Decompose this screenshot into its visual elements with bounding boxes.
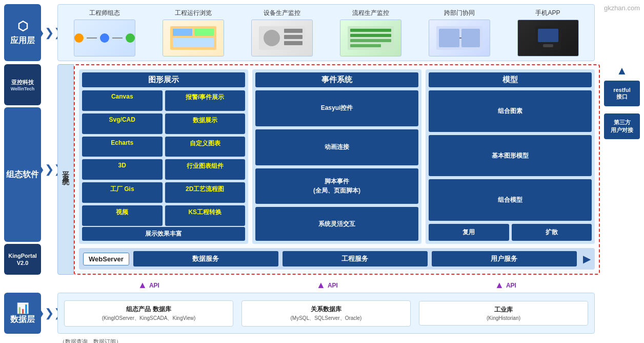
- app-item-1-label: 工程师组态: [89, 9, 120, 17]
- api-arrow-1: ▲ API: [59, 280, 238, 291]
- thumbnail-svg-5: [434, 24, 485, 52]
- data-right-spacer: [595, 293, 640, 334]
- graphic-btn-data: 数据展示: [165, 113, 246, 134]
- software-text: 组态软件: [6, 169, 39, 180]
- event-title: 事件系统: [255, 72, 418, 87]
- app-thumbnail-5: [429, 20, 490, 56]
- svg-rect-8: [284, 41, 303, 45]
- company-name: 亚控科技: [11, 79, 34, 86]
- company-label: 亚控科技 WellinTech: [4, 64, 41, 105]
- data-item-3: 工业库 (KingHistorian): [419, 301, 588, 326]
- app-item-3: 设备生产监控: [251, 9, 313, 56]
- svg-rect-1: [173, 29, 192, 36]
- thumbnail-svg-3: [256, 24, 308, 52]
- svg-rect-11: [350, 34, 391, 37]
- data-main-label-1: 组态产品 数据库: [71, 305, 227, 314]
- data-box-1: 组态产品 数据库 (KingIOServer、KingSCADA、KingVie…: [64, 300, 233, 327]
- app-items-container: 工程师组态 工程运行浏览: [64, 9, 588, 56]
- event-item-4: 系统灵活交互: [255, 207, 418, 241]
- app-thumbnail-1: [74, 20, 135, 56]
- svg-rect-10: [350, 29, 391, 32]
- graphic-btn-3d: 3D: [82, 159, 163, 180]
- graphic-grid: Canvas 报警/事件展示 Svg/CAD 数据展示 Echarts 自定义图…: [82, 90, 245, 226]
- model-item-3: 组合模型: [429, 179, 592, 221]
- platform-inner: 图形展示 Canvas 报警/事件展示 Svg/CAD 数据展示 Echarts…: [74, 64, 600, 275]
- data-sub-label-2: (MySQL、SQLServer、Oracle): [248, 315, 404, 322]
- app-item-5: 跨部门协同: [429, 9, 490, 56]
- svg-rect-3: [173, 38, 214, 47]
- restful-box: ▲ restful接口 第三方用户对接: [604, 64, 640, 275]
- platform-content: 平台系统 图形展示 Canvas 报警/事件展示 Svg/CAD: [57, 64, 600, 275]
- api-arrow-up-1: ▲: [138, 280, 147, 291]
- svg-rect-19: [538, 29, 558, 42]
- app-arrow: ❯❯❯: [41, 4, 57, 61]
- data-layer-text: 数据层: [10, 314, 35, 325]
- data-layer-row: 📊 数据层 ❯❯❯ 组态产品 数据库 (KingIOServer、KingSCA…: [4, 293, 640, 334]
- graphic-col: 图形展示 Canvas 报警/事件展示 Svg/CAD 数据展示 Echarts…: [79, 69, 248, 244]
- data-box-2: 关系数据库 (MySQL、SQLServer、Oracle): [242, 300, 411, 327]
- third-party: 第三方用户对接: [604, 113, 640, 139]
- event-item-1: Easyui控件: [255, 90, 418, 126]
- platform-box-row: 平台系统 图形展示 Canvas 报警/事件展示 Svg/CAD: [57, 64, 600, 275]
- svg-point-5: [264, 30, 280, 46]
- app-item-4: 流程生产监控: [340, 9, 401, 56]
- data-layer-content: 组态产品 数据库 (KingIOServer、KingSCADA、KingVie…: [57, 293, 595, 334]
- app-item-3-label: 设备生产监控: [264, 9, 300, 17]
- api-arrows-row: ▲ API ▲ API ▲ API: [59, 278, 595, 293]
- svg-rect-20: [543, 44, 553, 47]
- app-thumbnail-4: [340, 20, 401, 56]
- data-item-1: 组态产品 数据库 (KingIOServer、KingSCADA、KingVie…: [64, 300, 233, 327]
- data-main-label-2: 关系数据库: [248, 305, 404, 314]
- app-layer-row: ⬡ 应用层 ❯❯❯ 工程师组态: [4, 4, 640, 61]
- app-item-4-label: 流程生产监控: [352, 9, 389, 17]
- restful-interface: restful接口: [604, 81, 640, 106]
- svg-rect-6: [284, 29, 303, 33]
- graphic-btn-canvas: Canvas: [82, 90, 163, 111]
- app-item-2-label: 工程运行浏览: [175, 9, 212, 17]
- main-container: ⬡ 应用层 ❯❯❯ 工程师组态: [0, 0, 644, 343]
- event-items: Easyui控件 动画连接 脚本事件(全局、页面脚本) 系统灵活交互: [255, 90, 418, 241]
- graphic-btn-video: 视频: [82, 205, 163, 226]
- event-col: 事件系统 Easyui控件 动画连接 脚本事件(全局、页面脚本) 系统灵活交互: [252, 69, 421, 244]
- model-item-expand: 扩散: [512, 224, 592, 241]
- event-item-3: 脚本事件(全局、页面脚本): [255, 168, 418, 204]
- thumbnail-svg-6: [533, 24, 564, 52]
- diagram-1: [74, 33, 135, 43]
- api-arrow-up-3: ▲: [495, 280, 504, 291]
- app-right-spacer: [595, 4, 640, 61]
- api-label-3: API: [506, 282, 516, 289]
- svg-rect-7: [284, 35, 303, 39]
- webserver-item-3: 用户服务: [432, 251, 577, 266]
- model-item-reuse: 复用: [429, 224, 509, 241]
- platform-system-label: 平台系统: [57, 64, 74, 275]
- app-item-1: 工程师组态: [74, 9, 135, 56]
- line-1: [87, 37, 97, 39]
- svg-rect-2: [194, 29, 214, 36]
- king-portal-text: KingPortal V2.0: [8, 252, 37, 267]
- app-item-6: 手机APP: [517, 9, 579, 56]
- svg-rect-16: [461, 29, 480, 47]
- platform-row: 亚控科技 WellinTech 组态软件 KingPortal V2.0 ❯❯❯: [4, 64, 640, 275]
- model-col: 模型 组合图素 基本图形模型 组合模型 复用 扩散: [426, 69, 595, 244]
- king-portal-label: KingPortal V2.0: [4, 244, 41, 275]
- circle-3: [126, 33, 135, 43]
- company-sub: WellinTech: [11, 86, 35, 91]
- model-item-1: 组合图素: [429, 90, 592, 132]
- data-main-label-3: 工业库: [426, 306, 581, 314]
- model-title: 模型: [429, 72, 592, 87]
- data-sub-label-3: (KingHistorian): [426, 315, 581, 321]
- data-footer: （数据查询、数据订阅）: [59, 338, 640, 343]
- data-sub-label-1: (KingIOServer、KingSCADA、KingView): [71, 315, 227, 322]
- event-item-2: 动画连接: [255, 129, 418, 165]
- model-items: 组合图素 基本图形模型 组合模型 复用 扩散: [429, 90, 592, 241]
- app-item-2: 工程运行浏览: [163, 9, 224, 56]
- graphic-btn-gis: 工厂 Gis: [82, 182, 163, 203]
- data-arrow: ❯❯❯: [41, 293, 57, 334]
- app-icon: ⬡: [17, 19, 28, 33]
- graphic-btn-custom: 自定义图表: [165, 137, 246, 157]
- line-2: [112, 37, 123, 39]
- app-thumbnail-6: [517, 20, 579, 56]
- graphic-btn-2d: 2D工艺流程图: [165, 182, 246, 203]
- restful-arrow-up: ▲: [616, 64, 628, 78]
- platform-arrow: ❯❯❯: [41, 64, 57, 275]
